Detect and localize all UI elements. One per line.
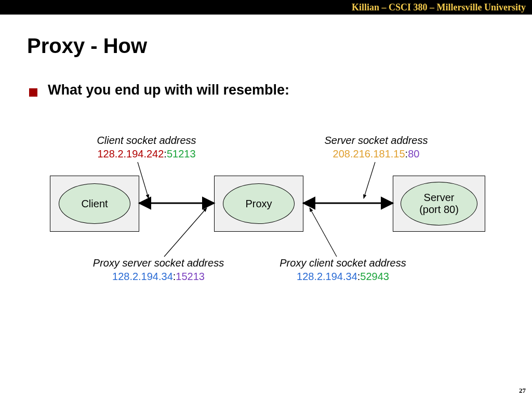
slide-number: 27 <box>519 387 526 395</box>
server-socket-caption: Server socket address <box>314 134 438 148</box>
proxy-server-socket-caption: Proxy server socket address <box>83 257 234 270</box>
client-node: Client <box>50 176 139 232</box>
server-label-l2: (port 80) <box>419 204 459 215</box>
server-socket-label: Server socket address 208.216.181.15:80 <box>314 134 438 161</box>
proxy-node: Proxy <box>214 176 303 232</box>
pointer-server-label <box>364 162 375 198</box>
proxy-server-socket-port: 15213 <box>176 271 205 282</box>
proxy-server-socket-label: Proxy server socket address 128.2.194.34… <box>83 257 234 283</box>
client-label: Client <box>81 198 108 210</box>
slide-header: Killian – CSCI 380 – Millersville Univer… <box>0 0 532 15</box>
server-label-l1: Server <box>424 192 455 203</box>
slide-title: Proxy - How <box>27 34 147 58</box>
proxy-ellipse: Proxy <box>223 183 295 224</box>
server-node: Server (port 80) <box>393 176 485 232</box>
client-ellipse: Client <box>59 183 130 224</box>
pointer-client-label <box>138 162 149 198</box>
server-socket-port: 80 <box>408 148 419 159</box>
proxy-label: Proxy <box>245 198 272 210</box>
proxy-server-socket-ip: 128.2.194.34 <box>112 271 173 282</box>
pointer-proxycli-label <box>310 208 337 257</box>
proxy-client-socket-port: 52943 <box>360 271 389 282</box>
client-socket-label: Client socket address 128.2.194.242:5121… <box>89 134 204 161</box>
pointer-proxysrv-label <box>164 208 207 257</box>
client-socket-caption: Client socket address <box>89 134 204 148</box>
server-ellipse: Server (port 80) <box>401 182 477 225</box>
proxy-client-socket-label: Proxy client socket address 128.2.194.34… <box>275 257 410 283</box>
bullet-text: What you end up with will resemble: <box>48 82 289 98</box>
client-socket-port: 51213 <box>167 148 196 159</box>
client-socket-ip: 128.2.194.242 <box>97 148 164 159</box>
bullet-icon <box>29 88 37 97</box>
proxy-client-socket-caption: Proxy client socket address <box>275 257 410 270</box>
proxy-client-socket-ip: 128.2.194.34 <box>297 271 357 282</box>
server-socket-ip: 208.216.181.15 <box>333 148 405 159</box>
